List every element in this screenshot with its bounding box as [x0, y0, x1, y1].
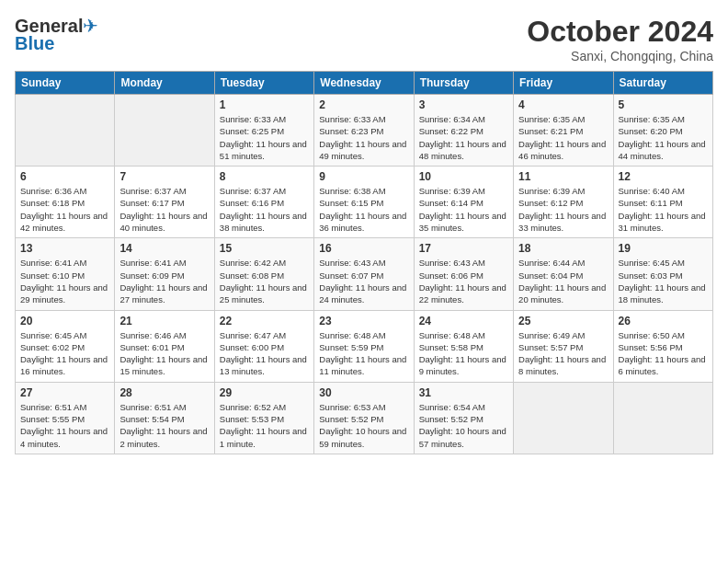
header-friday: Friday — [514, 72, 613, 95]
week-row-3: 13Sunrise: 6:41 AM Sunset: 6:10 PM Dayli… — [16, 238, 713, 310]
day-info: Sunrise: 6:50 AM Sunset: 5:56 PM Dayligh… — [619, 329, 708, 378]
day-cell: 17Sunrise: 6:43 AM Sunset: 6:06 PM Dayli… — [414, 238, 513, 310]
logo: General✈ Blue — [15, 15, 98, 54]
month-title: October 2024 — [527, 15, 713, 49]
calendar-table: SundayMondayTuesdayWednesdayThursdayFrid… — [15, 71, 713, 454]
day-cell: 3Sunrise: 6:34 AM Sunset: 6:22 PM Daylig… — [414, 95, 513, 167]
day-number: 20 — [20, 315, 109, 327]
header-monday: Monday — [115, 72, 214, 95]
header-tuesday: Tuesday — [214, 72, 313, 95]
day-cell: 27Sunrise: 6:51 AM Sunset: 5:55 PM Dayli… — [16, 382, 115, 454]
day-number: 26 — [619, 315, 708, 327]
day-info: Sunrise: 6:48 AM Sunset: 5:58 PM Dayligh… — [419, 329, 508, 378]
location: Sanxi, Chongqing, China — [527, 49, 713, 63]
day-cell: 31Sunrise: 6:54 AM Sunset: 5:52 PM Dayli… — [414, 382, 513, 454]
day-info: Sunrise: 6:45 AM Sunset: 6:02 PM Dayligh… — [20, 329, 109, 378]
day-cell: 7Sunrise: 6:37 AM Sunset: 6:17 PM Daylig… — [115, 167, 214, 238]
day-number: 31 — [419, 386, 508, 399]
day-info: Sunrise: 6:42 AM Sunset: 6:08 PM Dayligh… — [220, 257, 309, 305]
day-cell: 28Sunrise: 6:51 AM Sunset: 5:54 PM Dayli… — [115, 382, 214, 454]
day-number: 17 — [419, 242, 508, 255]
header-thursday: Thursday — [414, 72, 513, 95]
day-number: 10 — [419, 170, 508, 183]
day-cell: 23Sunrise: 6:48 AM Sunset: 5:59 PM Dayli… — [314, 310, 414, 382]
logo-blue: Blue — [15, 33, 54, 54]
day-number: 25 — [518, 315, 608, 327]
title-section: October 2024 Sanxi, Chongqing, China — [527, 15, 713, 63]
day-info: Sunrise: 6:45 AM Sunset: 6:03 PM Dayligh… — [619, 257, 708, 305]
day-cell: 20Sunrise: 6:45 AM Sunset: 6:02 PM Dayli… — [16, 310, 115, 382]
day-number: 11 — [518, 170, 608, 183]
day-cell: 29Sunrise: 6:52 AM Sunset: 5:53 PM Dayli… — [214, 382, 313, 454]
day-number: 13 — [20, 242, 109, 255]
day-number: 14 — [119, 242, 209, 255]
day-cell — [613, 382, 712, 454]
calendar-header-row: SundayMondayTuesdayWednesdayThursdayFrid… — [16, 72, 713, 95]
day-cell: 10Sunrise: 6:39 AM Sunset: 6:14 PM Dayli… — [414, 167, 513, 238]
day-info: Sunrise: 6:38 AM Sunset: 6:15 PM Dayligh… — [319, 185, 408, 234]
day-cell: 21Sunrise: 6:46 AM Sunset: 6:01 PM Dayli… — [115, 310, 214, 382]
day-info: Sunrise: 6:51 AM Sunset: 5:55 PM Dayligh… — [20, 401, 109, 450]
day-info: Sunrise: 6:33 AM Sunset: 6:25 PM Dayligh… — [220, 113, 309, 162]
day-info: Sunrise: 6:53 AM Sunset: 5:52 PM Dayligh… — [319, 401, 408, 450]
day-number: 8 — [220, 170, 309, 183]
day-cell: 15Sunrise: 6:42 AM Sunset: 6:08 PM Dayli… — [214, 238, 313, 310]
day-cell: 4Sunrise: 6:35 AM Sunset: 6:21 PM Daylig… — [514, 95, 613, 167]
day-cell — [514, 382, 613, 454]
day-info: Sunrise: 6:37 AM Sunset: 6:17 PM Dayligh… — [119, 185, 209, 234]
day-number: 30 — [319, 386, 408, 399]
day-info: Sunrise: 6:51 AM Sunset: 5:54 PM Dayligh… — [119, 401, 209, 450]
day-number: 5 — [619, 98, 708, 111]
day-number: 24 — [419, 315, 508, 327]
day-info: Sunrise: 6:41 AM Sunset: 6:09 PM Dayligh… — [119, 257, 209, 305]
page-header: General✈ Blue October 2024 Sanxi, Chongq… — [15, 15, 713, 63]
day-cell: 2Sunrise: 6:33 AM Sunset: 6:23 PM Daylig… — [314, 95, 414, 167]
logo-icon: ✈ — [83, 16, 98, 36]
week-row-4: 20Sunrise: 6:45 AM Sunset: 6:02 PM Dayli… — [16, 310, 713, 382]
day-cell: 30Sunrise: 6:53 AM Sunset: 5:52 PM Dayli… — [314, 382, 414, 454]
day-number: 19 — [619, 242, 708, 255]
day-info: Sunrise: 6:41 AM Sunset: 6:10 PM Dayligh… — [20, 257, 109, 305]
day-cell: 1Sunrise: 6:33 AM Sunset: 6:25 PM Daylig… — [214, 95, 313, 167]
day-cell: 24Sunrise: 6:48 AM Sunset: 5:58 PM Dayli… — [414, 310, 513, 382]
day-cell — [115, 95, 214, 167]
day-info: Sunrise: 6:47 AM Sunset: 6:00 PM Dayligh… — [220, 329, 309, 378]
day-number: 2 — [319, 98, 408, 111]
day-info: Sunrise: 6:40 AM Sunset: 6:11 PM Dayligh… — [619, 185, 708, 234]
day-number: 29 — [220, 386, 309, 399]
day-cell — [16, 95, 115, 167]
day-info: Sunrise: 6:39 AM Sunset: 6:14 PM Dayligh… — [419, 185, 508, 234]
day-info: Sunrise: 6:33 AM Sunset: 6:23 PM Dayligh… — [319, 113, 408, 162]
week-row-1: 1Sunrise: 6:33 AM Sunset: 6:25 PM Daylig… — [16, 95, 713, 167]
day-number: 27 — [20, 386, 109, 399]
day-number: 21 — [119, 315, 209, 327]
day-cell: 16Sunrise: 6:43 AM Sunset: 6:07 PM Dayli… — [314, 238, 414, 310]
day-number: 12 — [619, 170, 708, 183]
day-info: Sunrise: 6:49 AM Sunset: 5:57 PM Dayligh… — [518, 329, 608, 378]
day-info: Sunrise: 6:52 AM Sunset: 5:53 PM Dayligh… — [220, 401, 309, 450]
header-sunday: Sunday — [16, 72, 115, 95]
day-info: Sunrise: 6:46 AM Sunset: 6:01 PM Dayligh… — [119, 329, 209, 378]
day-number: 7 — [119, 170, 209, 183]
day-info: Sunrise: 6:35 AM Sunset: 6:21 PM Dayligh… — [518, 113, 608, 162]
week-row-2: 6Sunrise: 6:36 AM Sunset: 6:18 PM Daylig… — [16, 167, 713, 238]
day-number: 1 — [220, 98, 309, 111]
day-cell: 12Sunrise: 6:40 AM Sunset: 6:11 PM Dayli… — [613, 167, 712, 238]
day-cell: 11Sunrise: 6:39 AM Sunset: 6:12 PM Dayli… — [514, 167, 613, 238]
day-info: Sunrise: 6:44 AM Sunset: 6:04 PM Dayligh… — [518, 257, 608, 305]
day-number: 16 — [319, 242, 408, 255]
week-row-5: 27Sunrise: 6:51 AM Sunset: 5:55 PM Dayli… — [16, 382, 713, 454]
day-info: Sunrise: 6:37 AM Sunset: 6:16 PM Dayligh… — [220, 185, 309, 234]
day-number: 15 — [220, 242, 309, 255]
day-cell: 14Sunrise: 6:41 AM Sunset: 6:09 PM Dayli… — [115, 238, 214, 310]
day-number: 6 — [20, 170, 109, 183]
day-number: 23 — [319, 315, 408, 327]
day-info: Sunrise: 6:43 AM Sunset: 6:07 PM Dayligh… — [319, 257, 408, 305]
day-cell: 22Sunrise: 6:47 AM Sunset: 6:00 PM Dayli… — [214, 310, 313, 382]
day-cell: 18Sunrise: 6:44 AM Sunset: 6:04 PM Dayli… — [514, 238, 613, 310]
day-info: Sunrise: 6:34 AM Sunset: 6:22 PM Dayligh… — [419, 113, 508, 162]
day-cell: 19Sunrise: 6:45 AM Sunset: 6:03 PM Dayli… — [613, 238, 712, 310]
day-info: Sunrise: 6:43 AM Sunset: 6:06 PM Dayligh… — [419, 257, 508, 305]
day-number: 3 — [419, 98, 508, 111]
day-info: Sunrise: 6:39 AM Sunset: 6:12 PM Dayligh… — [518, 185, 608, 234]
